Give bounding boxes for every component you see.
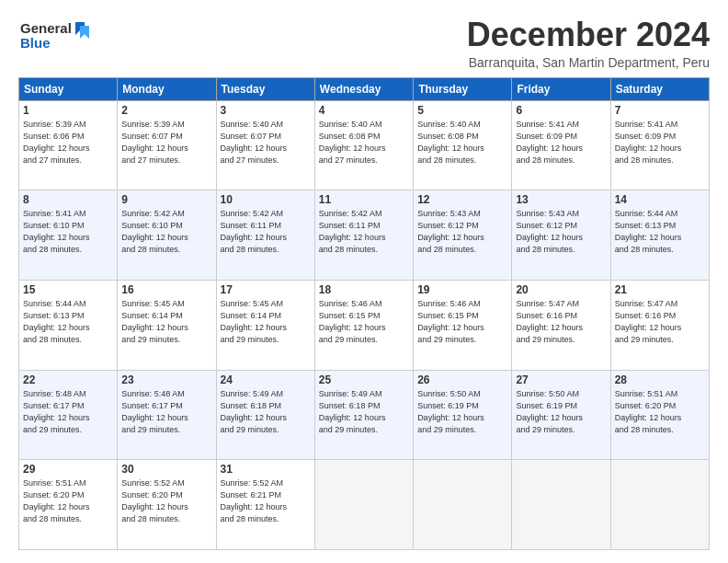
calendar-cell: 22Sunrise: 5:48 AM Sunset: 6:17 PM Dayli… <box>19 370 118 460</box>
day-number: 6 <box>516 104 606 117</box>
calendar-cell: 18Sunrise: 5:46 AM Sunset: 6:15 PM Dayli… <box>314 280 413 370</box>
day-info: Sunrise: 5:40 AM Sunset: 6:07 PM Dayligh… <box>221 119 311 167</box>
day-info: Sunrise: 5:52 AM Sunset: 6:21 PM Dayligh… <box>221 477 311 525</box>
calendar-cell: 14Sunrise: 5:44 AM Sunset: 6:13 PM Dayli… <box>610 190 709 281</box>
calendar-cell: 13Sunrise: 5:43 AM Sunset: 6:12 PM Dayli… <box>512 190 610 281</box>
month-title: December 2024 <box>467 17 710 53</box>
day-number: 23 <box>121 373 211 386</box>
calendar-cell: 25Sunrise: 5:49 AM Sunset: 6:18 PM Dayli… <box>314 370 413 460</box>
day-info: Sunrise: 5:49 AM Sunset: 6:18 PM Dayligh… <box>221 388 311 436</box>
calendar-day-header: Sunday <box>19 77 118 100</box>
calendar-cell: 10Sunrise: 5:42 AM Sunset: 6:11 PM Dayli… <box>216 190 314 281</box>
logo-block: General Blue <box>18 17 92 59</box>
day-number: 19 <box>417 283 507 296</box>
day-number: 29 <box>23 463 113 476</box>
calendar-cell <box>610 460 709 550</box>
day-info: Sunrise: 5:43 AM Sunset: 6:12 PM Dayligh… <box>516 208 606 256</box>
calendar-cell: 4Sunrise: 5:40 AM Sunset: 6:08 PM Daylig… <box>314 100 413 190</box>
calendar-cell: 28Sunrise: 5:51 AM Sunset: 6:20 PM Dayli… <box>610 370 709 460</box>
day-number: 8 <box>23 193 113 206</box>
header: General Blue December 2024 Barranquita, … <box>18 17 710 70</box>
calendar-cell: 2Sunrise: 5:39 AM Sunset: 6:07 PM Daylig… <box>118 100 216 190</box>
day-number: 14 <box>615 193 705 206</box>
calendar-cell <box>414 460 512 550</box>
calendar-cell: 7Sunrise: 5:41 AM Sunset: 6:09 PM Daylig… <box>610 100 709 190</box>
calendar-cell: 23Sunrise: 5:48 AM Sunset: 6:17 PM Dayli… <box>118 370 216 460</box>
calendar-cell: 9Sunrise: 5:42 AM Sunset: 6:10 PM Daylig… <box>118 190 216 281</box>
day-number: 2 <box>121 104 211 117</box>
day-info: Sunrise: 5:42 AM Sunset: 6:11 PM Dayligh… <box>319 208 409 256</box>
day-info: Sunrise: 5:47 AM Sunset: 6:16 PM Dayligh… <box>615 298 705 346</box>
day-info: Sunrise: 5:46 AM Sunset: 6:15 PM Dayligh… <box>417 298 507 346</box>
day-number: 17 <box>221 283 311 296</box>
day-number: 31 <box>221 463 311 476</box>
day-info: Sunrise: 5:52 AM Sunset: 6:20 PM Dayligh… <box>121 477 211 525</box>
calendar-table: SundayMondayTuesdayWednesdayThursdayFrid… <box>18 77 710 550</box>
day-info: Sunrise: 5:40 AM Sunset: 6:08 PM Dayligh… <box>319 119 409 167</box>
day-number: 30 <box>121 463 211 476</box>
page: General Blue December 2024 Barranquita, … <box>0 0 728 563</box>
day-number: 9 <box>121 193 211 206</box>
svg-text:Blue: Blue <box>20 35 51 51</box>
day-number: 18 <box>319 283 409 296</box>
day-info: Sunrise: 5:50 AM Sunset: 6:19 PM Dayligh… <box>516 388 606 436</box>
calendar-cell: 3Sunrise: 5:40 AM Sunset: 6:07 PM Daylig… <box>216 100 314 190</box>
day-info: Sunrise: 5:50 AM Sunset: 6:19 PM Dayligh… <box>417 388 507 436</box>
day-number: 20 <box>516 283 606 296</box>
calendar-day-header: Tuesday <box>216 77 314 100</box>
calendar-cell: 6Sunrise: 5:41 AM Sunset: 6:09 PM Daylig… <box>512 100 610 190</box>
day-info: Sunrise: 5:48 AM Sunset: 6:17 PM Dayligh… <box>121 388 211 436</box>
day-info: Sunrise: 5:51 AM Sunset: 6:20 PM Dayligh… <box>23 477 113 525</box>
day-number: 28 <box>615 373 705 386</box>
day-info: Sunrise: 5:51 AM Sunset: 6:20 PM Dayligh… <box>615 388 705 436</box>
calendar-cell: 27Sunrise: 5:50 AM Sunset: 6:19 PM Dayli… <box>512 370 610 460</box>
day-info: Sunrise: 5:41 AM Sunset: 6:09 PM Dayligh… <box>516 119 606 167</box>
calendar-cell: 16Sunrise: 5:45 AM Sunset: 6:14 PM Dayli… <box>118 280 216 370</box>
day-number: 7 <box>615 104 705 117</box>
calendar-day-header: Friday <box>512 77 610 100</box>
day-number: 15 <box>23 283 113 296</box>
calendar-week-row: 1Sunrise: 5:39 AM Sunset: 6:06 PM Daylig… <box>19 100 710 190</box>
day-info: Sunrise: 5:40 AM Sunset: 6:08 PM Dayligh… <box>417 119 507 167</box>
calendar-week-row: 15Sunrise: 5:44 AM Sunset: 6:13 PM Dayli… <box>19 280 710 370</box>
day-info: Sunrise: 5:41 AM Sunset: 6:09 PM Dayligh… <box>615 119 705 167</box>
calendar-cell: 20Sunrise: 5:47 AM Sunset: 6:16 PM Dayli… <box>512 280 610 370</box>
calendar-week-row: 22Sunrise: 5:48 AM Sunset: 6:17 PM Dayli… <box>19 370 710 460</box>
day-info: Sunrise: 5:39 AM Sunset: 6:07 PM Dayligh… <box>121 119 211 167</box>
day-info: Sunrise: 5:45 AM Sunset: 6:14 PM Dayligh… <box>221 298 311 346</box>
calendar-cell: 15Sunrise: 5:44 AM Sunset: 6:13 PM Dayli… <box>19 280 118 370</box>
day-number: 27 <box>516 373 606 386</box>
day-info: Sunrise: 5:41 AM Sunset: 6:10 PM Dayligh… <box>23 208 113 256</box>
day-number: 22 <box>23 373 113 386</box>
day-number: 12 <box>417 193 507 206</box>
logo-svg: General Blue <box>18 17 92 55</box>
day-info: Sunrise: 5:42 AM Sunset: 6:11 PM Dayligh… <box>221 208 311 256</box>
calendar-day-header: Wednesday <box>314 77 413 100</box>
calendar-cell: 31Sunrise: 5:52 AM Sunset: 6:21 PM Dayli… <box>216 460 314 550</box>
day-info: Sunrise: 5:46 AM Sunset: 6:15 PM Dayligh… <box>319 298 409 346</box>
calendar-day-header: Thursday <box>414 77 512 100</box>
day-number: 21 <box>615 283 705 296</box>
calendar-cell: 24Sunrise: 5:49 AM Sunset: 6:18 PM Dayli… <box>216 370 314 460</box>
calendar-cell: 30Sunrise: 5:52 AM Sunset: 6:20 PM Dayli… <box>118 460 216 550</box>
svg-text:General: General <box>20 20 72 36</box>
day-number: 26 <box>417 373 507 386</box>
day-number: 3 <box>221 104 311 117</box>
svg-marker-3 <box>80 26 89 39</box>
day-number: 11 <box>319 193 409 206</box>
calendar-cell: 21Sunrise: 5:47 AM Sunset: 6:16 PM Dayli… <box>610 280 709 370</box>
day-number: 13 <box>516 193 606 206</box>
calendar-cell: 11Sunrise: 5:42 AM Sunset: 6:11 PM Dayli… <box>314 190 413 281</box>
day-info: Sunrise: 5:42 AM Sunset: 6:10 PM Dayligh… <box>121 208 211 256</box>
day-info: Sunrise: 5:39 AM Sunset: 6:06 PM Dayligh… <box>23 119 113 167</box>
day-info: Sunrise: 5:44 AM Sunset: 6:13 PM Dayligh… <box>23 298 113 346</box>
calendar-cell: 12Sunrise: 5:43 AM Sunset: 6:12 PM Dayli… <box>414 190 512 281</box>
calendar-cell: 1Sunrise: 5:39 AM Sunset: 6:06 PM Daylig… <box>19 100 118 190</box>
calendar-header-row: SundayMondayTuesdayWednesdayThursdayFrid… <box>19 77 710 100</box>
calendar-day-header: Monday <box>118 77 216 100</box>
day-info: Sunrise: 5:45 AM Sunset: 6:14 PM Dayligh… <box>121 298 211 346</box>
day-number: 16 <box>121 283 211 296</box>
day-info: Sunrise: 5:44 AM Sunset: 6:13 PM Dayligh… <box>615 208 705 256</box>
location: Barranquita, San Martin Department, Peru <box>467 55 710 70</box>
day-info: Sunrise: 5:47 AM Sunset: 6:16 PM Dayligh… <box>516 298 606 346</box>
